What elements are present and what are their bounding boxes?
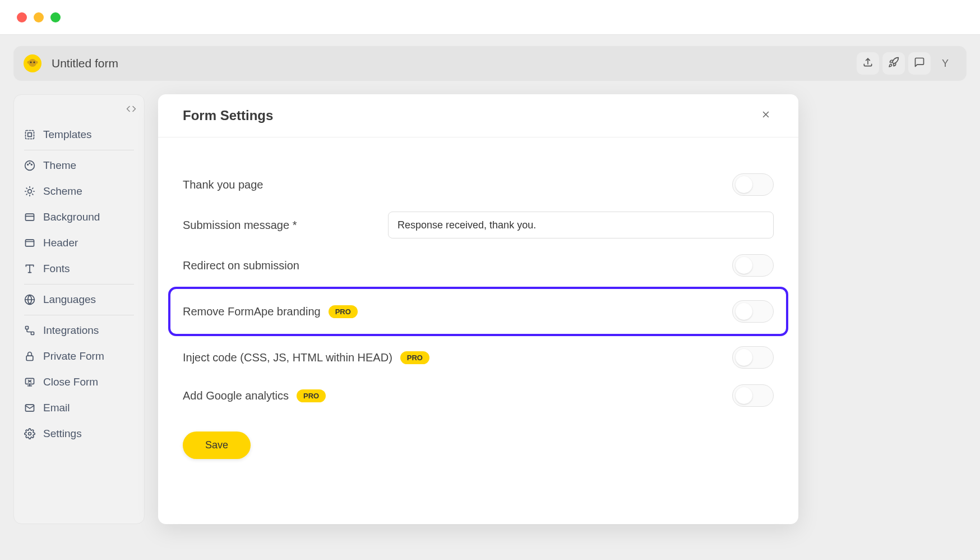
- top-bar: Untitled form Y: [13, 46, 967, 81]
- svg-point-10: [29, 163, 30, 164]
- sidebar-item-header[interactable]: Header: [14, 230, 144, 256]
- svg-rect-23: [26, 240, 34, 246]
- sidebar-item-private-form[interactable]: Private Form: [14, 343, 144, 369]
- svg-rect-30: [31, 332, 34, 335]
- launch-button[interactable]: [882, 52, 905, 75]
- svg-point-9: [27, 164, 29, 166]
- setting-remove-branding: Remove FormApe branding PRO: [168, 287, 788, 336]
- svg-point-2: [34, 62, 35, 63]
- type-icon: [24, 263, 35, 274]
- templates-icon: [24, 129, 35, 140]
- sidebar-item-label: Templates: [43, 128, 92, 141]
- sidebar-item-integrations[interactable]: Integrations: [14, 318, 144, 343]
- setting-label: Inject code (CSS, JS, HTML within HEAD): [183, 351, 392, 364]
- sidebar-item-label: Header: [43, 237, 78, 249]
- setting-label: Remove FormApe branding: [183, 305, 321, 318]
- setting-submission-message: Submission message *: [183, 204, 774, 246]
- sidebar-item-label: Fonts: [43, 263, 70, 275]
- google-analytics-toggle[interactable]: [732, 384, 774, 407]
- message-icon: [914, 57, 925, 70]
- close-icon: [761, 109, 771, 122]
- sidebar-item-scheme[interactable]: Scheme: [14, 178, 144, 204]
- sidebar-item-label: Close Form: [43, 376, 98, 388]
- layout-icon: [24, 237, 35, 249]
- svg-line-20: [33, 188, 33, 189]
- code-icon[interactable]: [126, 104, 136, 116]
- sidebar-item-background[interactable]: Background: [14, 204, 144, 230]
- sidebar-item-label: Settings: [43, 428, 82, 440]
- close-window-button[interactable]: [17, 12, 27, 22]
- redirect-toggle[interactable]: [732, 254, 774, 277]
- image-icon: [24, 212, 35, 223]
- inject-code-toggle[interactable]: [732, 346, 774, 369]
- submission-message-input[interactable]: [388, 212, 774, 238]
- modal-close-button[interactable]: [758, 108, 774, 123]
- svg-rect-7: [28, 133, 32, 137]
- svg-point-38: [29, 433, 31, 435]
- monitor-x-icon: [24, 377, 35, 388]
- remove-branding-toggle[interactable]: [732, 300, 774, 323]
- workflow-icon: [24, 325, 35, 336]
- setting-thank-you-page: Thank you page: [183, 166, 774, 204]
- window-chrome: [0, 0, 980, 35]
- svg-line-15: [26, 188, 27, 189]
- app-logo-icon[interactable]: [24, 54, 41, 72]
- sidebar-item-label: Email: [43, 402, 70, 414]
- svg-line-19: [26, 194, 27, 195]
- user-avatar[interactable]: Y: [934, 52, 956, 75]
- rocket-icon: [888, 57, 899, 70]
- pro-badge: PRO: [297, 389, 326, 402]
- setting-redirect-on-submission: Redirect on submission: [183, 246, 774, 284]
- setting-label: Thank you page: [183, 178, 263, 191]
- setting-label: Submission message *: [183, 219, 297, 232]
- maximize-window-button[interactable]: [50, 12, 61, 22]
- svg-point-4: [35, 61, 38, 64]
- sidebar-item-fonts[interactable]: Fonts: [14, 256, 144, 282]
- sidebar-item-settings[interactable]: Settings: [14, 421, 144, 447]
- avatar-initial: Y: [942, 58, 949, 70]
- pro-badge: PRO: [329, 305, 358, 318]
- upload-icon: [862, 57, 873, 70]
- form-settings-modal: Form Settings Thank you page: [158, 94, 798, 524]
- form-title[interactable]: Untitled form: [52, 57, 118, 70]
- svg-rect-21: [26, 214, 34, 221]
- comment-button[interactable]: [908, 52, 931, 75]
- save-button[interactable]: Save: [183, 432, 251, 459]
- thank-you-toggle[interactable]: [732, 173, 774, 196]
- sidebar-item-label: Background: [43, 211, 100, 223]
- sidebar-item-languages[interactable]: Languages: [14, 287, 144, 313]
- sidebar-item-close-form[interactable]: Close Form: [14, 369, 144, 395]
- sidebar-item-theme[interactable]: Theme: [14, 153, 144, 178]
- svg-rect-31: [26, 356, 33, 360]
- svg-point-8: [25, 161, 35, 171]
- svg-rect-6: [26, 131, 34, 139]
- svg-point-3: [27, 61, 30, 64]
- globe-icon: [24, 294, 35, 305]
- mail-icon: [24, 402, 35, 414]
- setting-inject-code: Inject code (CSS, JS, HTML within HEAD) …: [183, 338, 774, 377]
- pro-badge: PRO: [400, 351, 429, 364]
- sidebar: Templates Theme Scheme Background: [13, 94, 145, 524]
- sun-icon: [24, 186, 35, 197]
- palette-icon: [24, 160, 35, 171]
- modal-title: Form Settings: [183, 108, 273, 123]
- sidebar-item-label: Scheme: [43, 185, 82, 198]
- svg-line-16: [33, 194, 33, 195]
- sidebar-item-label: Private Form: [43, 350, 104, 362]
- sidebar-item-email[interactable]: Email: [14, 395, 144, 421]
- sidebar-item-label: Integrations: [43, 324, 99, 337]
- setting-label: Redirect on submission: [183, 259, 299, 272]
- sidebar-item-label: Theme: [43, 159, 76, 172]
- lock-icon: [24, 351, 35, 362]
- svg-point-11: [31, 164, 33, 166]
- share-button[interactable]: [857, 52, 879, 75]
- sidebar-item-templates[interactable]: Templates: [14, 122, 144, 148]
- svg-point-1: [30, 62, 32, 63]
- svg-point-12: [28, 190, 32, 194]
- setting-google-analytics: Add Google analytics PRO: [183, 377, 774, 415]
- minimize-window-button[interactable]: [34, 12, 44, 22]
- gear-icon: [24, 428, 35, 439]
- sidebar-item-label: Languages: [43, 293, 96, 306]
- setting-label: Add Google analytics: [183, 389, 289, 402]
